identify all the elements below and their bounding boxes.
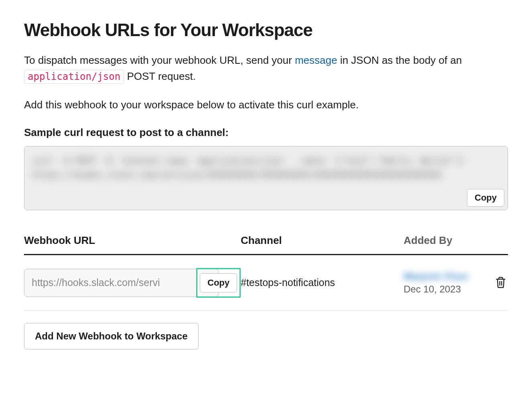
webhook-url-copy-highlight: Copy <box>196 268 241 298</box>
sample-curl-label: Sample curl request to post to a channel… <box>24 126 508 139</box>
col-header-channel: Channel <box>241 234 404 255</box>
col-header-url: Webhook URL <box>24 234 241 255</box>
delete-webhook-button[interactable] <box>493 275 508 290</box>
sample-curl-content-blurred: curl -X POST -H 'Content-type: applicati… <box>32 154 500 182</box>
webhook-channel: #testops-notifications <box>241 254 404 311</box>
message-link[interactable]: message <box>295 54 337 66</box>
copy-sample-button[interactable]: Copy <box>467 189 504 207</box>
page-title: Webhook URLs for Your Workspace <box>24 20 508 40</box>
webhook-added-by: Marjorie Chun Dec 10, 2023 <box>404 254 488 311</box>
table-row: https://hooks.slack.com/servi Copy #test… <box>24 254 508 311</box>
description-suffix: POST request. <box>124 70 196 82</box>
activation-note: Add this webhook to your workspace below… <box>24 97 508 113</box>
webhook-url-box: https://hooks.slack.com/servi <box>24 269 219 297</box>
added-by-name-blurred: Marjorie Chun <box>404 271 488 282</box>
sample-curl-block: curl -X POST -H 'Content-type: applicati… <box>24 146 508 210</box>
col-header-added-by: Added By <box>404 234 488 255</box>
description-paragraph: To dispatch messages with your webhook U… <box>24 52 508 85</box>
added-by-date: Dec 10, 2023 <box>404 284 488 295</box>
trash-icon <box>495 276 506 288</box>
webhook-table: Webhook URL Channel Added By https://hoo… <box>24 234 508 311</box>
copy-webhook-url-button[interactable]: Copy <box>200 273 237 292</box>
col-header-actions <box>488 234 508 255</box>
description-prefix: To dispatch messages with your webhook U… <box>24 54 295 66</box>
webhook-url-text: https://hooks.slack.com/servi <box>32 277 216 288</box>
add-new-webhook-button[interactable]: Add New Webhook to Workspace <box>24 323 199 349</box>
description-middle: in JSON as the body of an <box>337 54 462 66</box>
content-type-code: application/json <box>24 70 124 84</box>
